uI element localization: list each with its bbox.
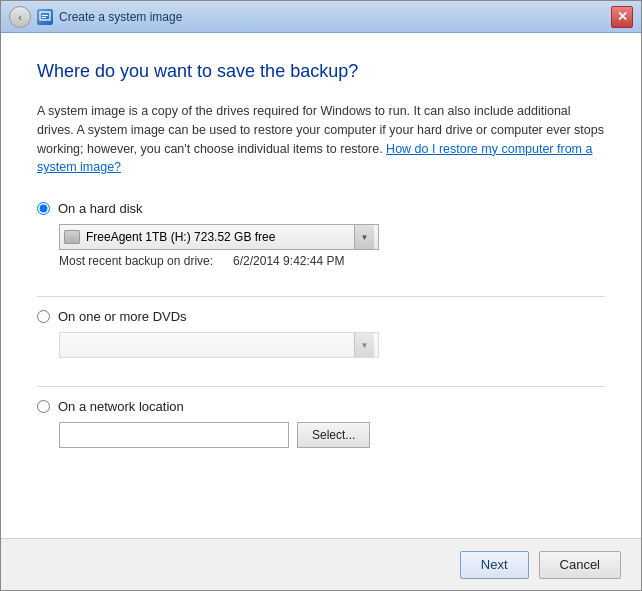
back-button[interactable]: ‹: [9, 6, 31, 28]
backup-info-value: 6/2/2014 9:42:44 PM: [233, 254, 344, 268]
separator-2: [37, 386, 605, 387]
dropdown-arrow-icon: ▼: [354, 225, 374, 249]
cancel-button[interactable]: Cancel: [539, 551, 621, 579]
drive-select-inner: FreeAgent 1TB (H:) 723.52 GB free: [64, 230, 354, 244]
content-area: Where do you want to save the backup? A …: [1, 33, 641, 538]
network-radio[interactable]: [37, 400, 50, 413]
dvd-option-group: On one or more DVDs ▼: [37, 309, 605, 358]
footer: Next Cancel: [1, 538, 641, 590]
close-button[interactable]: ✕: [611, 6, 633, 28]
network-option-group: On a network location Select...: [37, 399, 605, 448]
hard-disk-dropdown-row: FreeAgent 1TB (H:) 723.52 GB free ▼: [59, 224, 605, 250]
drive-icon: [64, 230, 80, 244]
backup-info-label: Most recent backup on drive:: [59, 254, 213, 268]
options-section: On a hard disk FreeAgent 1TB (H:) 723.52…: [37, 201, 605, 518]
title-bar: ‹ Create a system image ✕: [1, 1, 641, 33]
network-select-button[interactable]: Select...: [297, 422, 370, 448]
dvd-select-dropdown[interactable]: ▼: [59, 332, 379, 358]
drive-select-dropdown[interactable]: FreeAgent 1TB (H:) 723.52 GB free ▼: [59, 224, 379, 250]
dvd-dropdown-row: ▼: [59, 332, 605, 358]
next-button[interactable]: Next: [460, 551, 529, 579]
separator-1: [37, 296, 605, 297]
dvd-radio[interactable]: [37, 310, 50, 323]
hard-disk-radio[interactable]: [37, 202, 50, 215]
window-icon: [37, 9, 53, 25]
network-radio-label[interactable]: On a network location: [37, 399, 605, 414]
hard-disk-radio-label[interactable]: On a hard disk: [37, 201, 605, 216]
network-row: Select...: [59, 422, 605, 448]
svg-rect-1: [42, 15, 48, 16]
window-title: Create a system image: [59, 10, 182, 24]
main-window: ‹ Create a system image ✕ Where do you w…: [0, 0, 642, 591]
title-bar-left: ‹ Create a system image: [9, 6, 611, 28]
network-path-input[interactable]: [59, 422, 289, 448]
hard-disk-option-group: On a hard disk FreeAgent 1TB (H:) 723.52…: [37, 201, 605, 268]
description-text: A system image is a copy of the drives r…: [37, 102, 605, 177]
backup-info: Most recent backup on drive: 6/2/2014 9:…: [59, 254, 605, 268]
dvd-radio-label[interactable]: On one or more DVDs: [37, 309, 605, 324]
dvd-dropdown-arrow-icon: ▼: [354, 333, 374, 357]
page-heading: Where do you want to save the backup?: [37, 61, 605, 82]
svg-rect-2: [42, 17, 46, 18]
drive-label: FreeAgent 1TB (H:) 723.52 GB free: [86, 230, 275, 244]
